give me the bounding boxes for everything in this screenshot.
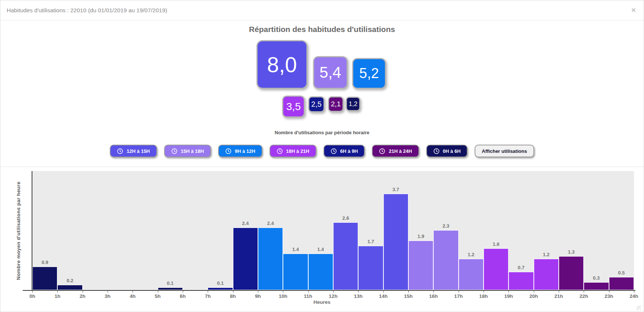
x-axis-tick: [233, 291, 233, 293]
bar-value-label: 2.3: [437, 223, 455, 229]
clock-icon: [379, 148, 385, 154]
bar-0h[interactable]: [32, 267, 57, 290]
clock-icon: [331, 148, 337, 154]
bubble-9Hà12H[interactable]: 5,2: [352, 58, 386, 89]
bar-17h[interactable]: [459, 259, 484, 290]
x-axis-tick: [459, 291, 459, 293]
bar-1h[interactable]: [57, 285, 82, 290]
x-axis-tick: [508, 291, 509, 293]
legend-button-6Hà9H[interactable]: 6H à 9H: [323, 145, 365, 157]
bar-value-label: 0.5: [613, 270, 630, 276]
bar-value-label: 1.4: [287, 247, 304, 252]
usage-habits-modal: Habitudes d'utilisations : 22010 (du 01/…: [0, 0, 644, 312]
x-axis-tick: [584, 291, 584, 293]
x-tick-label-17h: 17h: [450, 293, 467, 299]
bar-18h[interactable]: [484, 248, 508, 290]
x-tick-label-2h: 2h: [74, 293, 91, 299]
bar-8h[interactable]: [233, 228, 258, 290]
bar-value-label: 1.6: [488, 241, 505, 247]
bar-value-label: 1.2: [462, 252, 479, 257]
chart-subtitle: Nombre d'utilisations par période horair…: [0, 130, 644, 135]
bar-value-label: 1.2: [538, 252, 555, 257]
legend-button-label: 18H à 21H: [286, 148, 309, 154]
x-tick-label-11h: 11h: [300, 293, 316, 299]
x-axis-tick: [57, 291, 58, 293]
bar-14h[interactable]: [383, 194, 408, 290]
bar-value-label: 0.1: [162, 280, 179, 286]
x-axis-tick: [32, 291, 33, 293]
bubble-15Hà18H[interactable]: 5,4: [313, 56, 348, 89]
x-tick-label-10h: 10h: [275, 293, 291, 299]
x-axis-tick: [283, 291, 283, 293]
bar-value-label: 2.6: [337, 215, 354, 221]
x-tick-label-20h: 20h: [526, 293, 542, 299]
clock-icon: [225, 148, 232, 154]
x-axis-tick: [433, 291, 434, 293]
x-tick-label-9h: 9h: [250, 293, 266, 299]
bar-23h[interactable]: [609, 277, 634, 290]
x-axis-tick: [383, 291, 384, 293]
legend-button-9Hà12H[interactable]: 9H à 12H: [218, 145, 262, 157]
legend-button-label: 6H à 9H: [340, 148, 358, 154]
x-axis-tick: [208, 291, 208, 293]
legend-button-0Hà6H[interactable]: 0H à 6H: [426, 145, 468, 157]
x-axis-tick: [83, 291, 83, 293]
x-tick-label-15h: 15h: [400, 293, 417, 299]
clock-icon: [277, 148, 283, 154]
bar-5h[interactable]: [158, 287, 183, 290]
x-tick-label-7h: 7h: [200, 293, 216, 299]
legend-button-label: 9H à 12H: [235, 148, 255, 154]
bar-7h[interactable]: [208, 287, 233, 290]
x-tick-label-4h: 4h: [124, 293, 141, 299]
bar-21h[interactable]: [559, 256, 584, 290]
bar-12h[interactable]: [333, 222, 358, 290]
x-tick-label-18h: 18h: [475, 293, 492, 299]
legend-button-12Hà15H[interactable]: 12H à 15H: [110, 145, 157, 157]
bubble-18Hà21H[interactable]: 3,5: [282, 96, 305, 118]
x-axis-tick: [484, 291, 484, 293]
bar-19h[interactable]: [508, 272, 533, 290]
x-axis-tick: [358, 291, 358, 293]
legend-button-label: 21H à 24H: [389, 148, 412, 154]
bar-value-label: 1.7: [362, 239, 379, 244]
bubble-chart: 8,05,45,23,52,52,11,2: [0, 40, 644, 119]
legend-button-21Hà24H[interactable]: 21H à 24H: [372, 145, 419, 157]
bar-15h[interactable]: [408, 241, 433, 290]
legend-button-18Hà21H[interactable]: 18H à 21H: [270, 145, 316, 157]
x-tick-label-14h: 14h: [375, 293, 392, 299]
x-axis-tick: [333, 291, 334, 293]
bar-10h[interactable]: [283, 254, 308, 290]
resize-handle-icon[interactable]: [637, 306, 641, 311]
bar-22h[interactable]: [584, 282, 609, 290]
x-tick-label-6h: 6h: [175, 293, 191, 299]
bar-13h[interactable]: [358, 246, 383, 290]
bubble-12Hà15H[interactable]: 8,0: [256, 40, 307, 89]
bubble-21Hà24H[interactable]: 2,1: [328, 96, 344, 112]
bar-9h[interactable]: [258, 228, 283, 290]
legend-button-label: 0H à 6H: [443, 148, 461, 154]
x-axis-tick: [258, 291, 258, 293]
x-tick-label-22h: 22h: [576, 293, 592, 299]
x-tick-label-8h: 8h: [225, 293, 241, 299]
x-tick-label-16h: 16h: [425, 293, 441, 299]
x-tick-label-23h: 23h: [601, 293, 617, 299]
modal-header: Habitudes d'utilisations : 22010 (du 01/…: [0, 0, 644, 20]
bar-11h[interactable]: [308, 254, 333, 290]
x-axis-tick: [408, 291, 409, 293]
x-axis-tick: [108, 291, 108, 293]
hourly-bar-chart: Nombre moyen d'utilisations par heure He…: [0, 167, 644, 312]
bubble-0Hà6H[interactable]: 1,2: [346, 97, 360, 111]
bar-20h[interactable]: [534, 259, 559, 290]
x-axis-tick: [183, 291, 183, 293]
bar-value-label: 1.9: [412, 234, 430, 239]
bubble-6Hà9H[interactable]: 2,5: [308, 96, 325, 112]
x-tick-label-3h: 3h: [99, 293, 116, 299]
x-axis-tick: [308, 291, 309, 293]
bar-value-label: 0.9: [36, 260, 54, 265]
action-button-label: Afficher utilisations: [482, 148, 527, 154]
close-icon[interactable]: ✕: [629, 6, 638, 15]
bar-16h[interactable]: [433, 230, 458, 290]
bar-value-label: 2.4: [237, 221, 254, 226]
show-usages-button[interactable]: Afficher utilisations: [475, 145, 534, 157]
legend-button-15Hà18H[interactable]: 15H à 18H: [164, 145, 211, 157]
